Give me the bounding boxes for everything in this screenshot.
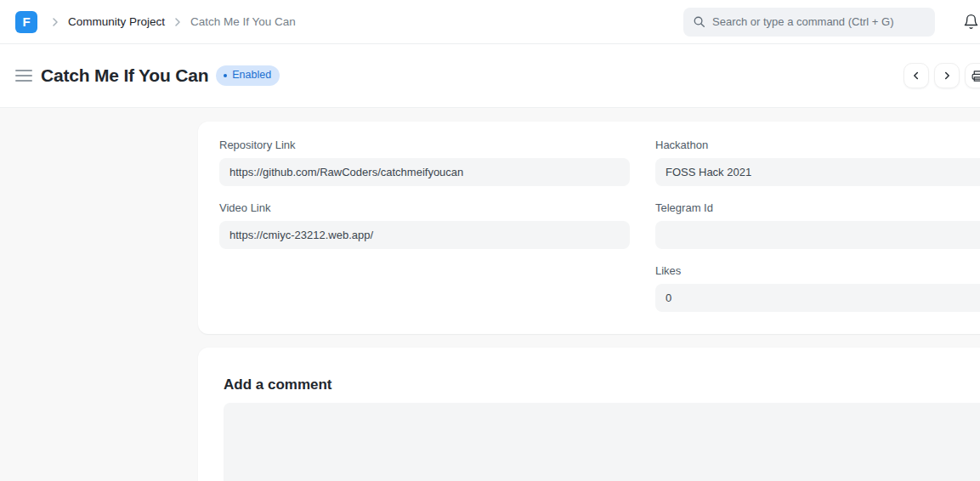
form-column-left: Repository Link Video Link	[219, 139, 630, 265]
telegram-id-input[interactable]	[655, 221, 980, 249]
search-icon	[693, 15, 705, 28]
field-repository-link: Repository Link	[219, 139, 630, 186]
status-dot-icon	[224, 74, 227, 77]
print-button[interactable]	[965, 63, 980, 88]
telegram-id-label: Telegram Id	[655, 202, 980, 214]
chevron-right-icon	[48, 15, 62, 29]
header-actions	[904, 63, 980, 88]
form-grid: Repository Link Video Link Hackathon Tel…	[219, 139, 980, 328]
notification-bell-icon[interactable]	[963, 13, 979, 31]
chevron-right-icon	[941, 70, 953, 82]
likes-input[interactable]	[655, 284, 980, 312]
field-video-link: Video Link	[219, 202, 630, 249]
field-likes: Likes	[655, 265, 980, 312]
hackathon-label: Hackathon	[655, 139, 980, 151]
previous-document-button[interactable]	[904, 63, 929, 88]
comment-input[interactable]	[224, 403, 980, 481]
next-document-button[interactable]	[934, 63, 960, 88]
sidebar-toggle-menu-icon[interactable]	[15, 70, 32, 82]
breadcrumb-community-project[interactable]: Community Project	[68, 15, 165, 28]
search-input[interactable]	[712, 15, 926, 28]
field-hackathon: Hackathon	[655, 139, 980, 186]
video-link-input[interactable]	[219, 221, 630, 249]
chevron-left-icon	[910, 70, 922, 82]
logo-letter: F	[22, 14, 30, 29]
printer-icon	[971, 69, 980, 83]
page-header: Catch Me If You Can Enabled	[0, 44, 980, 108]
page-title: Catch Me If You Can	[41, 65, 208, 86]
frappe-logo-icon[interactable]: F	[15, 11, 37, 33]
likes-label: Likes	[655, 265, 980, 277]
status-badge-label: Enabled	[232, 70, 271, 81]
main-content: Repository Link Video Link Hackathon Tel…	[0, 108, 980, 481]
video-link-label: Video Link	[219, 202, 630, 214]
repository-link-label: Repository Link	[219, 139, 630, 151]
hackathon-input[interactable]	[655, 158, 980, 186]
global-search[interactable]	[683, 8, 935, 37]
form-column-right: Hackathon Telegram Id Likes	[655, 139, 980, 328]
field-telegram-id: Telegram Id	[655, 202, 980, 249]
add-comment-heading: Add a comment	[224, 376, 980, 393]
breadcrumb-current-page: Catch Me If You Can	[190, 15, 296, 28]
form-card: Repository Link Video Link Hackathon Tel…	[198, 122, 980, 334]
repository-link-input[interactable]	[219, 158, 630, 186]
top-navbar: F Community Project Catch Me If You Can	[0, 0, 980, 44]
chevron-right-icon	[171, 15, 184, 29]
status-badge: Enabled	[216, 65, 280, 86]
comment-card: Add a comment	[198, 348, 980, 481]
